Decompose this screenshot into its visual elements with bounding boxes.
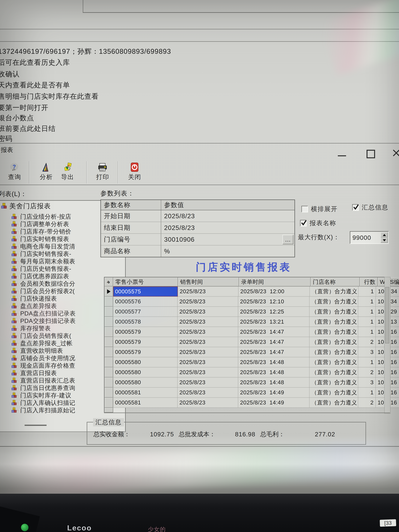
grid-cell[interactable]: 1: [358, 327, 376, 337]
table-row[interactable]: 000055752025/8/232025/8/23 12:00（直营）合力遵义…: [105, 286, 385, 297]
grid-cell[interactable]: 2025/8/23 14:49: [238, 387, 310, 398]
product-name-field[interactable]: %: [161, 245, 294, 257]
table-row[interactable]: 000055792025/8/232025/8/23 14:47（直营）合力遵义…: [105, 327, 385, 337]
end-date-field[interactable]: 2025/8/23: [161, 222, 294, 234]
grid-cell[interactable]: 2025/8/23: [177, 327, 238, 337]
selected-cell[interactable]: 00005575: [113, 286, 178, 297]
grid-cell[interactable]: 2025/8/23 12:25: [238, 307, 310, 317]
grid-cell[interactable]: （直营）合力遵义: [310, 377, 358, 387]
checkbox-box[interactable]: [301, 206, 308, 212]
sidebar-item[interactable]: 门店历史销售报表-: [0, 265, 125, 272]
row-selector[interactable]: [105, 286, 113, 297]
grid-cell[interactable]: 2025/8/23 14:47: [238, 337, 310, 347]
col-header-receipt-no[interactable]: 零售小票号: [113, 278, 178, 286]
grid-cell[interactable]: 00005579: [113, 327, 177, 337]
grid-cell[interactable]: （直营）合力遵义: [310, 398, 358, 408]
row-selector[interactable]: [105, 387, 113, 398]
grid-cell[interactable]: （直营）合力遵义: [310, 337, 358, 347]
tree-hscroll-thumb[interactable]: [25, 425, 47, 426]
table-row[interactable]: 000055792025/8/232025/8/23 14:47（直营）合力遵义…: [105, 347, 385, 357]
toolbar-print-button[interactable]: 打印: [89, 163, 116, 181]
grid-vertical-scrollbar[interactable]: [384, 277, 391, 414]
table-row[interactable]: 000055792025/8/232025/8/23 14:47（直营）合力遵义…: [105, 337, 385, 347]
checkbox-box[interactable]: [300, 220, 307, 227]
grid-cell[interactable]: 2025/8/23 14:49: [238, 398, 310, 408]
start-date-field[interactable]: 2025/8/23: [161, 210, 294, 222]
checkbox-report-name[interactable]: 报表名称: [300, 219, 336, 227]
row-selector[interactable]: [105, 357, 113, 367]
table-row[interactable]: 000055772025/8/232025/8/23 12:25（直营）合力遵义…: [105, 307, 385, 317]
store-code-field[interactable]: 30010906 …: [161, 234, 294, 245]
grid-scrollbar-thumb[interactable]: [385, 287, 389, 343]
table-row[interactable]: 000055812025/8/232025/8/23 14:49（直营）合力遵义…: [105, 398, 385, 408]
store-picker-button[interactable]: …: [283, 235, 293, 244]
grid-cell[interactable]: 00005579: [113, 337, 177, 347]
row-selector[interactable]: [105, 307, 113, 317]
grid-cell[interactable]: （直营）合力遵义: [310, 357, 358, 367]
table-row[interactable]: 000055782025/8/232025/8/23 13:21（直营）合力遵义…: [105, 317, 385, 327]
grid-cell[interactable]: 2025/8/23: [177, 347, 238, 357]
col-header-sale-time[interactable]: 销售时间: [178, 278, 239, 286]
grid-cell[interactable]: 2025/8/23 13:21: [238, 317, 310, 327]
grid-cell[interactable]: 2025/8/23: [177, 398, 238, 408]
grid-cell[interactable]: 2025/8/23: [177, 387, 238, 398]
grid-cell[interactable]: 2025/8/23: [178, 286, 239, 297]
table-row[interactable]: 000055802025/8/232025/8/23 14:48（直营）合力遵义…: [105, 377, 385, 387]
grid-cell[interactable]: 00005580: [113, 357, 177, 367]
col-header-entry-time[interactable]: 录单时间: [239, 278, 311, 286]
grid-cell[interactable]: 2025/8/23: [177, 317, 238, 327]
grid-cell[interactable]: 2025/8/23: [177, 377, 238, 387]
grid-cell[interactable]: （直营）合力遵义: [310, 387, 358, 398]
max-rows-stepper[interactable]: 99000: [350, 231, 389, 244]
grid-cell[interactable]: 1: [358, 317, 376, 327]
row-selector[interactable]: [105, 367, 113, 377]
grid-cell[interactable]: 1: [358, 387, 376, 398]
col-header-store-name[interactable]: 门店名称: [311, 278, 360, 286]
grid-cell[interactable]: 00005580: [113, 377, 177, 387]
toolbar-query-button[interactable]: ? 查询: [1, 163, 28, 181]
minimize-button[interactable]: [338, 155, 346, 156]
close-button[interactable]: [392, 149, 399, 157]
row-selector[interactable]: [105, 317, 113, 327]
spin-down-button[interactable]: [381, 238, 388, 243]
grid-cell[interactable]: 2025/8/23 14:48: [238, 357, 310, 367]
grid-cell[interactable]: 2: [358, 398, 376, 408]
grid-cell[interactable]: 00005580: [113, 367, 177, 377]
row-selector[interactable]: [105, 347, 113, 357]
grid-cell[interactable]: 2: [358, 337, 376, 347]
grid-cell[interactable]: （直营）合力遵义: [310, 317, 358, 327]
checkbox-box[interactable]: [352, 204, 359, 211]
table-row[interactable]: 000055812025/8/232025/8/23 14:49（直营）合力遵义…: [105, 387, 385, 398]
grid-corner-cell[interactable]: »: [105, 278, 113, 286]
table-row[interactable]: 000055802025/8/232025/8/23 14:48（直营）合力遵义…: [105, 367, 385, 377]
grid-cell[interactable]: 2025/8/23: [177, 297, 238, 307]
toolbar-close-button[interactable]: 关闭: [121, 163, 148, 181]
grid-cell[interactable]: 2025/8/23: [177, 307, 238, 317]
grid-cell[interactable]: 00005577: [113, 307, 177, 317]
grid-cell[interactable]: 2025/8/23: [177, 367, 238, 377]
grid-cell[interactable]: （直营）合力遵义: [310, 367, 358, 377]
maximize-button[interactable]: [367, 150, 375, 158]
row-selector[interactable]: [105, 377, 113, 387]
grid-cell[interactable]: 00005581: [113, 398, 177, 408]
grid-cell[interactable]: 1: [358, 307, 376, 317]
grid-cell[interactable]: 2025/8/23 12:10: [238, 297, 310, 307]
grid-cell[interactable]: 3: [358, 347, 376, 357]
sidebar-root-item[interactable]: 美舍门店报表: [0, 202, 51, 210]
col-header-line-count[interactable]: 行数: [360, 278, 378, 286]
grid-cell[interactable]: 00005578: [113, 317, 177, 327]
row-selector[interactable]: [105, 297, 113, 307]
grid-cell[interactable]: 2025/8/23 14:47: [238, 347, 310, 357]
grid-cell[interactable]: （直营）合力遵义: [310, 347, 358, 357]
grid-cell[interactable]: 3: [358, 377, 376, 387]
grid-cell[interactable]: 00005579: [113, 347, 177, 357]
grid-cell[interactable]: 2025/8/23: [177, 337, 238, 347]
grid-cell[interactable]: 2025/8/23: [177, 357, 238, 367]
grid-cell[interactable]: 2025/8/23 14:48: [238, 377, 310, 387]
checkbox-summary-info[interactable]: 汇总信息: [352, 203, 388, 212]
grid-cell[interactable]: 2025/8/23 14:48: [238, 367, 310, 377]
toolbar-export-button[interactable]: 导出: [54, 163, 81, 181]
row-selector[interactable]: [105, 327, 113, 337]
grid-cell[interactable]: 1: [358, 297, 376, 307]
spin-up-button[interactable]: [381, 232, 388, 237]
